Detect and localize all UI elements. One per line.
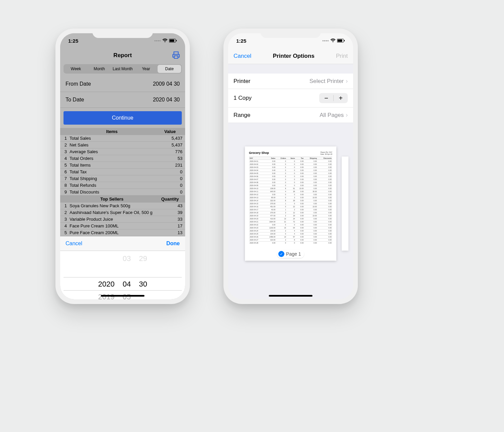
- printer-value: Select Printer: [309, 78, 344, 85]
- tab-last-month[interactable]: Last Month: [111, 65, 134, 73]
- chevron-right-icon: ›: [346, 112, 348, 119]
- chevron-right-icon: ›: [346, 78, 348, 85]
- wifi-icon: [330, 39, 336, 43]
- col-value: Value: [155, 129, 185, 134]
- picker-year-column[interactable]: 2020 2019 2018 2017: [98, 251, 115, 299]
- from-date-row[interactable]: From Date 2009 04 30: [60, 76, 185, 92]
- col-top-sellers: Top Sellers: [69, 197, 155, 202]
- cancel-button[interactable]: Cancel: [234, 53, 251, 59]
- status-indicators: ••••: [323, 39, 345, 43]
- to-date-label: To Date: [66, 97, 84, 103]
- from-date-value: 2009 04 30: [153, 81, 180, 87]
- tab-date[interactable]: Date: [158, 65, 181, 73]
- table-header: Items Value: [60, 128, 185, 135]
- copies-label: 1 Copy: [234, 95, 252, 101]
- page-indicator[interactable]: ✓ Page 1: [277, 250, 304, 258]
- range-row[interactable]: Range All Pages ›: [228, 107, 353, 123]
- status-indicators: ••••: [155, 39, 177, 43]
- table-row: 3Average Sales776: [60, 148, 185, 155]
- home-indicator[interactable]: [269, 295, 312, 297]
- page-title: Printer Options: [273, 53, 314, 59]
- cell-dots-icon: ••••: [323, 39, 329, 43]
- stepper-minus-button[interactable]: −: [319, 93, 333, 103]
- table-header-2: Top Sellers Quantity: [60, 196, 185, 203]
- stepper-plus-button[interactable]: +: [334, 93, 348, 103]
- checkmark-icon: ✓: [278, 251, 284, 257]
- table-row: 4Face Pure Cream 100ML17: [60, 223, 185, 229]
- picker-toolbar: Cancel Done: [60, 236, 185, 251]
- tab-month[interactable]: Month: [88, 65, 111, 73]
- svg-rect-4: [338, 40, 342, 42]
- continue-button[interactable]: Continue: [64, 111, 182, 125]
- table-row: 6Total Tax0: [60, 169, 185, 175]
- print-icon: [172, 51, 180, 59]
- tab-year[interactable]: Year: [134, 65, 158, 73]
- range-label: Range: [234, 112, 250, 119]
- printer-row[interactable]: Printer Select Printer ›: [228, 74, 353, 89]
- table-row: 9Total Discounts0: [60, 189, 185, 196]
- screen-left: 1:25 •••• Report Week Month Last Month Y…: [60, 33, 185, 299]
- tab-week[interactable]: Week: [64, 65, 88, 73]
- status-time: 1:25: [68, 38, 78, 44]
- screen-right: 1:25 •••• Cancel Printer Options Print P…: [228, 33, 353, 299]
- table-row: 4Total Orders53: [60, 155, 185, 162]
- preview-shop-name: Grocery Shop: [249, 151, 269, 155]
- to-date-value: 2020 04 30: [153, 97, 180, 103]
- page-title: Report: [114, 52, 132, 59]
- picker-month-column[interactable]: 02 03 04 05 06 07: [123, 251, 131, 299]
- status-time: 1:25: [236, 38, 246, 44]
- col-quantity: Quantity: [155, 197, 185, 202]
- range-value: All Pages: [320, 112, 344, 119]
- table-row: 1Soya Granules New Pack 500g43: [60, 203, 185, 209]
- table-row: 2Aashirvaad Nature's Super Face Oil, 500…: [60, 209, 185, 216]
- preview-page-1[interactable]: Grocery Shop Report By: DAY Date: 30-Apr…: [245, 146, 336, 261]
- wifi-icon: [162, 39, 168, 43]
- report-table: Items Value 1Total Sales5,4372Net Sales5…: [60, 128, 185, 236]
- nav-bar: Cancel Printer Options Print: [228, 48, 353, 64]
- phone-left: 1:25 •••• Report Week Month Last Month Y…: [55, 29, 190, 304]
- page-label: Page 1: [286, 251, 301, 257]
- cell-dots-icon: ••••: [155, 39, 161, 43]
- from-date-label: From Date: [66, 81, 91, 87]
- battery-icon: [337, 39, 345, 43]
- print-button[interactable]: [172, 51, 180, 61]
- col-items: Items: [69, 129, 155, 134]
- printer-label: Printer: [234, 78, 250, 85]
- print-settings: Printer Select Printer › 1 Copy − + Rang…: [228, 74, 353, 123]
- notch: [260, 29, 321, 38]
- svg-rect-2: [176, 40, 177, 41]
- table-row: 7Total Shipping0: [60, 175, 185, 182]
- phone-right: 1:25 •••• Cancel Printer Options Print P…: [223, 29, 358, 304]
- svg-rect-1: [170, 40, 174, 42]
- table-row: 3Variable Product Juice33: [60, 216, 185, 223]
- print-preview-area: Grocery Shop Report By: DAY Date: 30-Apr…: [228, 123, 353, 299]
- nav-bar: Report: [60, 48, 185, 63]
- picker-done-button[interactable]: Done: [166, 241, 180, 247]
- preview-table: DAYSalesOrdersItemsTaxShippingDiscounts …: [249, 157, 332, 244]
- home-indicator[interactable]: [101, 295, 144, 297]
- battery-icon: [169, 39, 177, 43]
- spacer: [228, 64, 353, 74]
- table-row: 8Total Refunds0: [60, 182, 185, 189]
- table-row: 5Pure Face Cream 200ML13: [60, 229, 185, 236]
- to-date-row[interactable]: To Date 2020 04 30: [60, 92, 185, 108]
- time-range-tabs: Week Month Last Month Year Date: [64, 64, 182, 74]
- svg-rect-5: [344, 40, 345, 41]
- preview-next-page-sliver[interactable]: [342, 157, 348, 251]
- print-button[interactable]: Print: [336, 53, 348, 59]
- table-row: 2Net Sales5,437: [60, 142, 185, 148]
- picker-day-column[interactable]: 28 29 30: [139, 251, 147, 299]
- table-row: 5Total Items231: [60, 162, 185, 169]
- picker-cancel-button[interactable]: Cancel: [66, 241, 82, 247]
- copies-stepper: − +: [319, 93, 348, 103]
- copies-row: 1 Copy − +: [228, 89, 353, 107]
- table-row: 1Total Sales5,437: [60, 135, 185, 142]
- date-picker[interactable]: 2020 2019 2018 2017 02 03 04 05 06 07 28…: [60, 251, 185, 299]
- notch: [92, 29, 153, 38]
